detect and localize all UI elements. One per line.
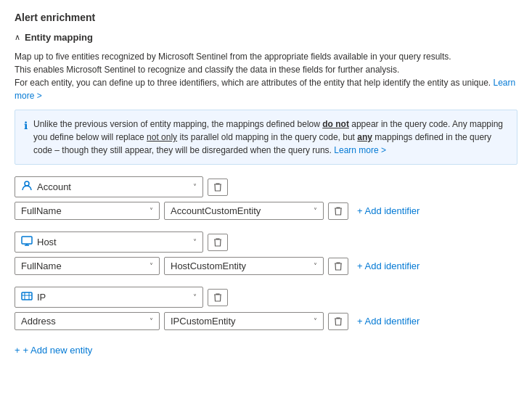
entity-value-label-host: HostCustomEntity <box>171 261 309 271</box>
section-title: Entity mapping <box>25 32 93 43</box>
entity-identifier-dropdown-host[interactable]: FullName ˅ <box>15 257 160 275</box>
entity-delete-button-account[interactable] <box>208 179 228 196</box>
entity-identifier-label-account: FullName <box>21 205 145 216</box>
entity-type-icon-host <box>21 235 33 249</box>
entity-value-label-ip: IPCustomEntity <box>171 316 309 327</box>
entity-identifier-chevron-account: ˅ <box>150 207 153 215</box>
entity-value-dropdown-host[interactable]: HostCustomEntity ˅ <box>164 257 324 275</box>
entity-type-label-host: Host <box>37 237 189 247</box>
entity-identifier-chevron-host: ˅ <box>150 262 153 270</box>
add-new-entity-icon: + <box>15 345 20 356</box>
entity-value-chevron-ip: ˅ <box>314 317 317 325</box>
add-identifier-button-account[interactable]: + Add identifier <box>353 202 424 219</box>
entity-block-host: Host ˅ FullName ˅ HostCustomEntity ˅ <box>15 231 517 275</box>
info-box-learn-more-link[interactable]: Learn more > <box>334 145 386 155</box>
add-identifier-button-host[interactable]: + Add identifier <box>353 258 424 274</box>
identifier-delete-button-ip[interactable] <box>328 313 348 330</box>
info-box: ℹ Unlike the previous version of entity … <box>15 110 517 165</box>
entity-identifier-dropdown-account[interactable]: FullName ˅ <box>15 202 160 220</box>
entity-type-chevron-account: ˅ <box>193 183 197 191</box>
entity-mapping-section-header[interactable]: ∧ Entity mapping <box>15 32 517 43</box>
add-new-entity-button[interactable]: + + Add new entity <box>15 342 92 358</box>
entity-identifier-label-ip: Address <box>21 316 145 327</box>
info-icon: ℹ <box>24 118 28 157</box>
svg-rect-2 <box>22 292 32 300</box>
entity-identifier-row-ip: Address ˅ IPCustomEntity ˅ + Add identif… <box>15 312 517 330</box>
entity-type-chevron-ip: ˅ <box>193 293 197 301</box>
entity-block-ip: IP ˅ Address ˅ IPCustomEntity ˅ <box>15 287 517 330</box>
chevron-up-icon: ∧ <box>15 33 20 42</box>
entity-type-chevron-host: ˅ <box>193 238 197 246</box>
entity-identifier-row-host: FullName ˅ HostCustomEntity ˅ + Add iden… <box>15 257 517 275</box>
add-identifier-button-ip[interactable]: + Add identifier <box>353 313 424 329</box>
page-title: Alert enrichment <box>15 12 517 23</box>
entity-type-dropdown-host[interactable]: Host ˅ <box>15 231 203 253</box>
entity-delete-button-ip[interactable] <box>208 289 228 306</box>
entity-block-account: Account ˅ FullName ˅ AccountCustomEntity… <box>15 176 517 220</box>
entity-value-dropdown-ip[interactable]: IPCustomEntity ˅ <box>164 312 324 330</box>
add-new-entity-label: + Add new entity <box>23 345 93 356</box>
entity-type-label-ip: IP <box>37 292 189 303</box>
identifier-delete-button-account[interactable] <box>328 202 348 220</box>
entity-type-row-account: Account ˅ <box>15 176 517 197</box>
entity-type-label-account: Account <box>37 181 189 192</box>
entity-type-row-ip: IP ˅ <box>15 287 517 308</box>
entities-container: Account ˅ FullName ˅ AccountCustomEntity… <box>15 176 517 330</box>
entity-identifier-chevron-ip: ˅ <box>150 317 153 325</box>
entity-type-icon-account <box>21 180 33 194</box>
entity-type-icon-ip <box>21 290 33 304</box>
entity-identifier-dropdown-ip[interactable]: Address ˅ <box>15 312 160 330</box>
entity-identifier-row-account: FullName ˅ AccountCustomEntity ˅ + Add i… <box>15 202 517 220</box>
entity-value-chevron-host: ˅ <box>314 262 317 270</box>
entity-type-dropdown-ip[interactable]: IP ˅ <box>15 287 203 308</box>
section-description: Map up to five entities recognized by Mi… <box>15 50 517 102</box>
svg-rect-1 <box>22 237 32 244</box>
entity-value-label-account: AccountCustomEntity <box>171 205 309 216</box>
svg-point-0 <box>25 181 29 186</box>
entity-identifier-label-host: FullName <box>21 261 145 271</box>
entity-type-row-host: Host ˅ <box>15 231 517 253</box>
entity-delete-button-host[interactable] <box>208 234 228 251</box>
entity-value-dropdown-account[interactable]: AccountCustomEntity ˅ <box>164 202 324 220</box>
info-box-text: Unlike the previous version of entity ma… <box>33 118 508 157</box>
identifier-delete-button-host[interactable] <box>328 258 348 275</box>
entity-value-chevron-account: ˅ <box>314 207 317 215</box>
entity-type-dropdown-account[interactable]: Account ˅ <box>15 176 203 197</box>
